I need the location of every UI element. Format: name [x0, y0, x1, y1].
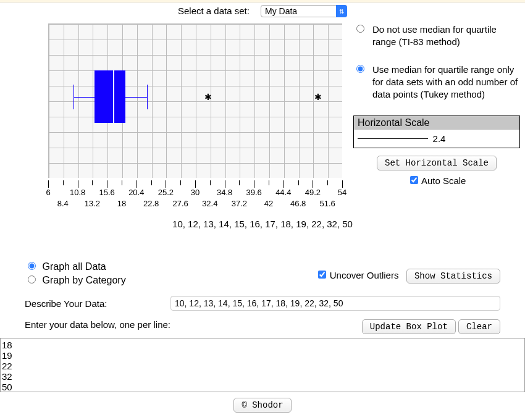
enter-data-label: Enter your data below, one per line: [25, 319, 170, 330]
boxplot-area: ✱✱ [48, 23, 342, 178]
method-ti83-label: Do not use median for quartile range (TI… [372, 23, 520, 49]
outlier-marker: ✱ [204, 92, 212, 102]
horizontal-scale-value: 2.4 [433, 133, 446, 144]
footer-credit[interactable]: © Shodor [233, 398, 291, 413]
method-ti83-radio[interactable] [356, 25, 364, 33]
data-textarea[interactable] [0, 338, 525, 392]
uncover-outliers-label[interactable]: Uncover Outliers [316, 270, 401, 280]
x-axis: 610.815.620.425.23034.839.644.449.2548.4… [48, 180, 342, 210]
outlier-marker: ✱ [314, 92, 322, 102]
horizontal-scale-title: Horizontal Scale [354, 116, 519, 130]
method-tukey-label: Use median for quartile range only for d… [372, 64, 520, 101]
auto-scale-checkbox[interactable] [410, 176, 418, 184]
dataset-label: Select a data set: [178, 6, 250, 16]
graph-all-radio[interactable] [28, 262, 36, 270]
method-tukey-radio[interactable] [356, 65, 364, 73]
dataset-select[interactable]: My Data [261, 5, 347, 17]
graph-all-label[interactable]: Graph all Data [25, 260, 126, 272]
horizontal-scale-panel: Horizontal Scale 2.4 [353, 116, 520, 148]
graph-category-label[interactable]: Graph by Category [25, 274, 126, 286]
graph-category-radio[interactable] [28, 275, 36, 284]
clear-button[interactable]: Clear [458, 319, 500, 334]
set-horizontal-scale-button[interactable]: Set Horizontal Scale [377, 156, 497, 170]
show-statistics-button[interactable]: Show Statistics [406, 269, 500, 284]
scale-line-icon [358, 138, 428, 139]
data-summary-line: 10, 12, 13, 14, 15, 16, 17, 18, 19, 22, … [0, 219, 525, 229]
update-boxplot-button[interactable]: Update Box Plot [362, 319, 456, 334]
describe-label: Describe Your Data: [25, 298, 167, 309]
describe-input[interactable] [170, 296, 500, 311]
auto-scale-label[interactable]: Auto Scale [408, 175, 466, 186]
uncover-outliers-checkbox[interactable] [318, 271, 326, 279]
